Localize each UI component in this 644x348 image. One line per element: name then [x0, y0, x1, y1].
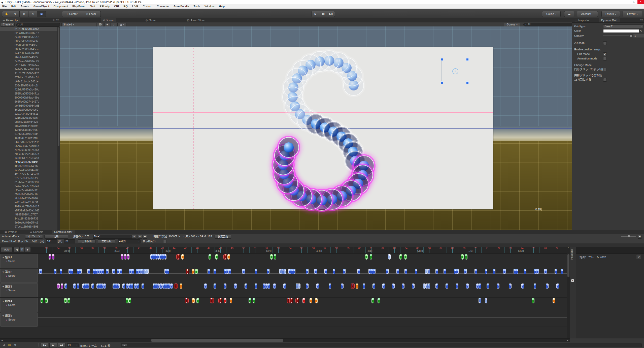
hierarchy-item[interactable]: 968bb23055f145ea: [0, 47, 60, 51]
minimize-button[interactable]: —: [624, 0, 631, 4]
hierarchy-item[interactable]: 369fad00de0c4c60: [0, 108, 60, 112]
note-s[interactable]: S: [255, 269, 257, 274]
note-l[interactable]: L: [404, 254, 407, 260]
note-s[interactable]: S: [382, 283, 385, 289]
note-l[interactable]: L: [253, 298, 255, 303]
note-l[interactable]: L: [196, 298, 199, 303]
menu-playmaker[interactable]: PlayMaker: [70, 4, 88, 9]
tab-complexeditor[interactable]: ComplexEditor: [52, 230, 75, 234]
note-o[interactable]: T: [356, 283, 358, 289]
note-s[interactable]: S: [435, 269, 438, 274]
note-s[interactable]: S: [137, 283, 139, 289]
hierarchy-item[interactable]: 57fc5e8b27c67e22: [0, 176, 60, 180]
tab-game[interactable]: ◎Game: [143, 18, 159, 22]
2d-snap-checkbox[interactable]: [603, 41, 607, 45]
note-s[interactable]: S: [164, 254, 166, 260]
note-s[interactable]: S: [464, 269, 467, 274]
menu-edit[interactable]: Edit: [9, 4, 18, 9]
note-r[interactable]: R: [61, 283, 63, 289]
note-s[interactable]: S: [245, 283, 247, 289]
note-s[interactable]: S: [456, 283, 458, 289]
hierarchy-item[interactable]: d69c611ccbc5431e: [0, 79, 60, 83]
note-t[interactable]: T: [210, 298, 214, 303]
note-o[interactable]: T: [181, 254, 184, 260]
timeline-hscrollbar[interactable]: ◀ ▶: [0, 338, 570, 342]
prev-key-button[interactable]: ◀: [14, 247, 20, 252]
disable-icon[interactable]: ⊘: [14, 343, 16, 346]
note-s[interactable]: S: [39, 269, 42, 274]
note-s[interactable]: S: [324, 269, 327, 274]
change-settings-button[interactable]: 設定変更: [215, 235, 231, 239]
note-t[interactable]: T: [223, 254, 227, 260]
note-s[interactable]: S: [306, 283, 309, 289]
option-button[interactable]: オプション: [25, 235, 43, 239]
play-button[interactable]: ▶: [312, 11, 320, 17]
note-t[interactable]: T: [176, 254, 180, 260]
note-s[interactable]: S: [546, 283, 549, 289]
menu-converter[interactable]: Converter: [154, 4, 171, 9]
note-s[interactable]: S: [446, 283, 448, 289]
hierarchy-item[interactable]: 97dcb16b7d6f4598: [0, 225, 60, 229]
hierarchy-item[interactable]: 9dbcc21a50fd4b2b: [0, 120, 60, 124]
scroll-left-icon[interactable]: ◀: [1, 339, 4, 342]
note-l[interactable]: L: [41, 298, 43, 303]
new-file-icon[interactable]: 🗋: [3, 343, 5, 346]
note-h[interactable]: S: [388, 254, 391, 260]
note-s[interactable]: S: [561, 269, 563, 274]
note-o[interactable]: T: [230, 298, 232, 303]
slider-knob[interactable]: [628, 235, 630, 237]
hierarchy-item[interactable]: a2b1247cd30546ee: [0, 63, 60, 67]
note-s[interactable]: S: [555, 269, 557, 274]
div16-checkbox[interactable]: [603, 78, 607, 82]
timeline-play-button[interactable]: ▶: [49, 343, 57, 348]
collapse-icon[interactable]: ▼: [2, 300, 4, 303]
note-s[interactable]: S: [54, 269, 56, 274]
note-s[interactable]: S: [87, 269, 90, 274]
eyedropper-icon[interactable]: ✎: [640, 29, 642, 33]
hierarchy-item[interactable]: cf0ea7ef47470e92: [0, 188, 60, 192]
cloud-button[interactable]: ☁: [564, 11, 574, 17]
opacity-value[interactable]: 1: [633, 34, 644, 38]
hand-tool-icon[interactable]: ✋: [2, 11, 11, 17]
selection-handle[interactable]: [466, 81, 469, 84]
hierarchy-item[interactable]: 2a47c8bb76e84118: [0, 51, 60, 55]
note-s[interactable]: S: [363, 283, 365, 289]
menu-help[interactable]: Help: [217, 4, 227, 9]
collapse-icon[interactable]: ▼: [2, 256, 4, 259]
note-t[interactable]: T: [218, 298, 222, 303]
menu-rfunity[interactable]: RFUnity: [97, 4, 112, 9]
edit-mode-checkbox[interactable]: ✓: [603, 52, 607, 56]
hierarchy-item[interactable]: c9758e2b5957436a: [0, 148, 60, 152]
hierarchy-item[interactable]: 5000292b65ac499e: [0, 96, 60, 100]
note-o[interactable]: T: [227, 254, 230, 260]
hierarchy-item[interactable]: 8535ba057008471a: [0, 91, 60, 96]
tab-console[interactable]: ▤Console: [27, 230, 46, 234]
open-folder-icon[interactable]: 🗀: [8, 343, 11, 346]
collapse-icon[interactable]: ▼: [2, 271, 4, 273]
note-h[interactable]: S: [485, 298, 487, 303]
note-l[interactable]: L: [532, 298, 534, 303]
note-s[interactable]: S: [536, 269, 539, 274]
hierarchy-search-input[interactable]: ⌕All: [16, 23, 60, 27]
note-l[interactable]: L: [378, 298, 380, 303]
shading-mode-dropdown[interactable]: Shaded: [61, 23, 96, 27]
note-s[interactable]: S: [435, 283, 438, 289]
audio-toggle[interactable]: ♪: [111, 23, 117, 27]
hierarchy-item[interactable]: 6685e60b2741427d: [0, 100, 60, 104]
lighting-toggle[interactable]: ☀: [104, 23, 110, 27]
text-tool-button[interactable]: a|: [132, 235, 137, 239]
note-s[interactable]: S: [214, 283, 216, 289]
note-s[interactable]: S: [444, 269, 446, 274]
note-f[interactable]: F: [57, 283, 60, 289]
hierarchy-item[interactable]: 7f4bfab206744985: [0, 55, 60, 59]
note-s[interactable]: S: [112, 269, 115, 274]
layers-dropdown[interactable]: Layers: [601, 11, 620, 17]
tab-hierarchy[interactable]: ≔Hierarchy: [0, 18, 20, 22]
note-o[interactable]: T: [315, 298, 318, 303]
note-s[interactable]: S: [101, 269, 104, 274]
move-tool-icon[interactable]: ✥: [11, 11, 20, 17]
scrub-bar[interactable]: ◀: [121, 343, 642, 347]
note-s[interactable]: S: [273, 283, 276, 289]
note-s[interactable]: S: [404, 269, 407, 274]
hierarchy-item[interactable]: 1f56bc0309a14332: [0, 164, 60, 168]
